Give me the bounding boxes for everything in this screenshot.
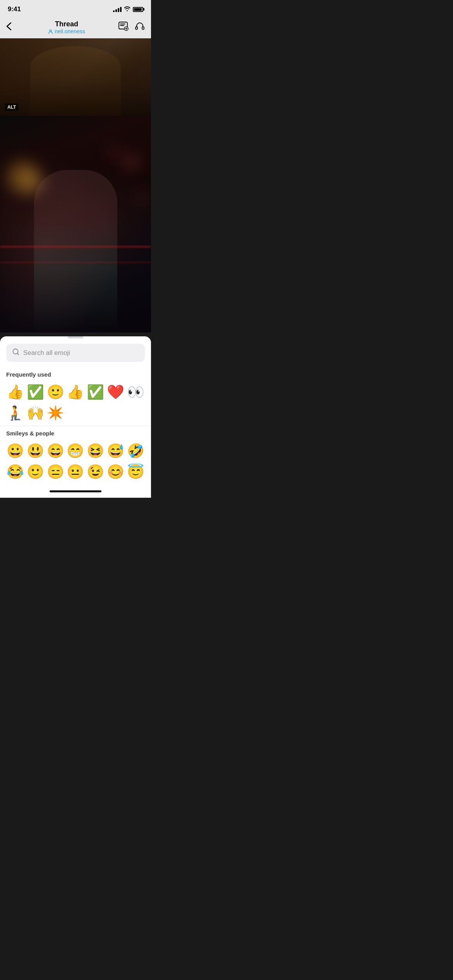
emoji-red-heart[interactable]: ❤️ [106, 382, 125, 402]
home-bar [50, 490, 101, 492]
emoji-heavy-check[interactable]: ✅ [86, 382, 105, 402]
search-icon [12, 348, 19, 357]
smileys-grid: 😀 😃 😄 😁 😆 😅 🤣 😂 🙂 😑 😐 😉 😊 😇 [0, 441, 151, 485]
status-time: 9:41 [8, 5, 21, 13]
emoji-expressionless[interactable]: 😑 [46, 462, 65, 481]
emoji-eyes[interactable]: 👀 [126, 382, 145, 402]
nav-subtitle: neil.oneness [48, 28, 85, 34]
alt-badge: ALT [5, 103, 19, 111]
status-icons [113, 6, 143, 12]
emoji-sparkles-btn[interactable]: ✴️ [46, 403, 65, 423]
nav-title-block: Thread neil.oneness [48, 20, 85, 34]
emoji-slight-smile[interactable]: 🙂 [26, 462, 45, 481]
image-2 [0, 116, 151, 332]
home-indicator [0, 485, 151, 498]
status-bar: 9:41 [0, 0, 151, 16]
content-area: ALT [0, 38, 151, 332]
emoji-halo[interactable]: 😇 [126, 462, 145, 481]
emoji-neutral[interactable]: 😐 [66, 462, 85, 481]
emoji-grinning-big-eyes[interactable]: 😃 [26, 441, 45, 461]
image-1: ALT [0, 38, 151, 116]
sheet-handle [68, 336, 83, 338]
frequently-used-label: Frequently used [0, 368, 151, 382]
emoji-picker: Search all emoji Frequently used 👍 ✅ 🙂 👍… [0, 336, 151, 498]
search-input-placeholder: Search all emoji [23, 349, 70, 357]
emoji-blush[interactable]: 😊 [106, 462, 125, 481]
svg-point-0 [50, 30, 51, 32]
emoji-person-kneeling[interactable]: 🧎 [6, 403, 25, 423]
frequently-used-grid: 👍 ✅ 🙂 👍 ✅ ❤️ 👀 🧎 🙌 ✴️ [0, 382, 151, 426]
nav-bar: Thread neil.oneness [0, 16, 151, 38]
emoji-beaming[interactable]: 😁 [66, 441, 85, 461]
emoji-slightly-smiling[interactable]: 🙂 [46, 382, 65, 402]
search-bar-wrap: Search all emoji [0, 344, 151, 368]
nav-title: Thread [55, 20, 78, 28]
emoji-check-mark-button[interactable]: ✅ [26, 382, 45, 402]
wifi-icon [124, 6, 130, 12]
emoji-laughing[interactable]: 😆 [86, 441, 105, 461]
emoji-raising-hands[interactable]: 🙌 [26, 403, 45, 423]
smileys-label: Smileys & people [0, 426, 151, 441]
battery-icon [133, 7, 143, 12]
emoji-grinning-smiling-eyes[interactable]: 😄 [46, 441, 65, 461]
nav-username: neil.oneness [55, 28, 85, 34]
signal-bars-icon [113, 7, 122, 12]
emoji-thumbsup-1[interactable]: 👍 [6, 382, 25, 402]
headphones-button[interactable] [135, 22, 145, 33]
emoji-thumbsup-2[interactable]: 👍 [66, 382, 85, 402]
compose-button[interactable] [118, 22, 129, 33]
search-bar[interactable]: Search all emoji [6, 344, 145, 362]
emoji-wink[interactable]: 😉 [86, 462, 105, 481]
back-button[interactable] [6, 21, 15, 34]
user-icon [48, 29, 53, 34]
emoji-joy[interactable]: 😂 [6, 462, 25, 481]
nav-actions [118, 22, 145, 33]
emoji-sweat-smile[interactable]: 😅 [106, 441, 125, 461]
emoji-grinning[interactable]: 😀 [6, 441, 25, 461]
emoji-rolling-laughing[interactable]: 🤣 [126, 441, 145, 461]
